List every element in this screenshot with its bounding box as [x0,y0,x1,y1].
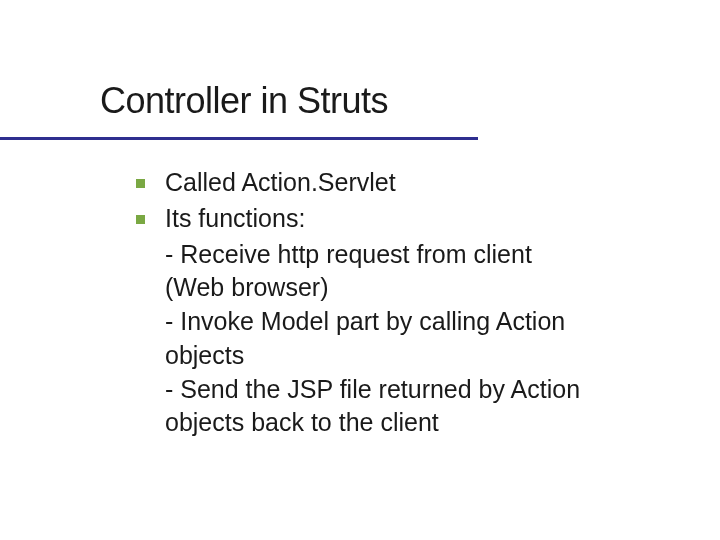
bullet-text: Called Action.Servlet [165,166,630,200]
sub-line: - Send the JSP file returned by Action [136,373,630,407]
sub-line: objects back to the client [136,406,630,440]
title-underline [0,137,478,140]
bullet-text: Its functions: [165,202,630,236]
square-bullet-icon [136,215,145,224]
sub-line: - Receive http request from client [136,238,630,272]
square-bullet-icon [136,179,145,188]
sub-line: - Invoke Model part by calling Action [136,305,630,339]
slide-container: Controller in Struts Called Action.Servl… [0,0,720,440]
slide-title: Controller in Struts [100,80,630,122]
bullet-item: Called Action.Servlet [136,166,630,200]
slide-content: Called Action.Servlet Its functions: - R… [100,150,630,440]
bullet-item: Its functions: [136,202,630,236]
sub-line: (Web browser) [136,271,630,305]
sub-line: objects [136,339,630,373]
